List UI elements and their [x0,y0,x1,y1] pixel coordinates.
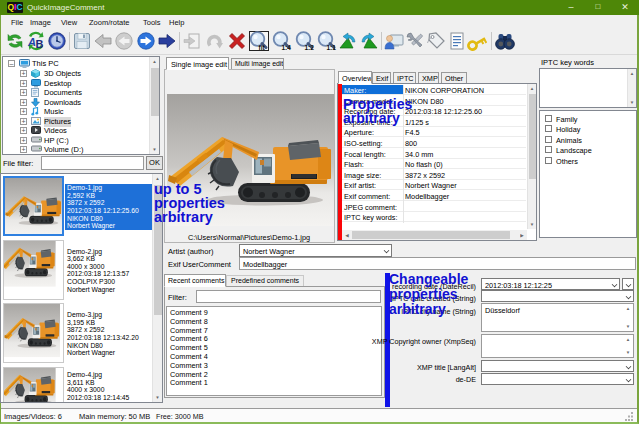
svg-text:1:2: 1:2 [305,44,315,51]
svg-text:1:4: 1:4 [282,44,292,51]
svg-text:B: B [36,38,44,50]
svg-text:fit: fit [259,44,266,51]
svg-text:1:1: 1:1 [327,44,337,51]
